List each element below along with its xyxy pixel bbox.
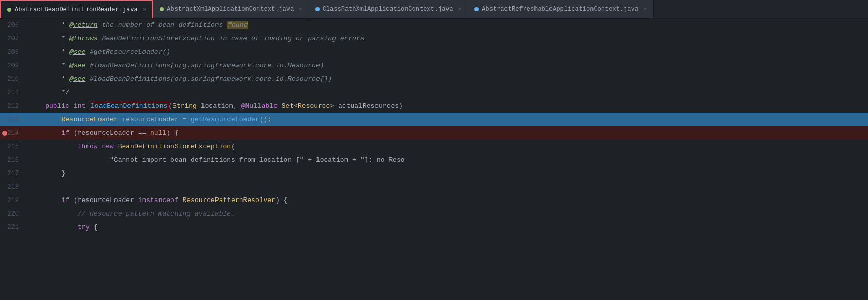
line-number: 220: [0, 207, 25, 221]
line-number: 213: [0, 113, 25, 126]
editor-container: AbstractBeanDefinitionReader.java×Abstra…: [0, 0, 868, 300]
table-row: 215 throw new BeanDefinitionStoreExcepti…: [0, 140, 868, 153]
table-row: 217 }: [0, 167, 868, 180]
line-content: * @throws BeanDefinitionStoreException i…: [25, 32, 868, 46]
line-content: */: [25, 86, 868, 99]
line-content: ResourceLoader resourceLoader = getResou…: [25, 113, 868, 126]
table-row: 219 if (resourceLoader instanceof Resour…: [0, 194, 868, 207]
tab-tab1[interactable]: AbstractBeanDefinitionReader.java×: [0, 0, 153, 18]
line-number: 217: [0, 167, 25, 180]
tab-dot-icon: [315, 7, 320, 11]
line-content: "Cannot import bean definitions from loc…: [25, 153, 868, 167]
line-number: 209: [0, 59, 25, 73]
table-row: 221 try {: [0, 221, 868, 234]
line-number: 215: [0, 140, 25, 153]
tab-tab4[interactable]: AbstractRefreshableApplicationContext.ja…: [468, 0, 654, 18]
tab-tab2[interactable]: AbstractXmlApplicationContext.java×: [153, 0, 309, 18]
line-number: 206: [0, 19, 25, 32]
table-row: 211 */: [0, 86, 868, 99]
line-number: 212: [0, 99, 25, 113]
breakpoint-icon: [2, 131, 7, 136]
table-row: 214 if (resourceLoader == null) {: [0, 126, 868, 140]
tab-bar: AbstractBeanDefinitionReader.java×Abstra…: [0, 0, 868, 19]
line-number: 214: [0, 126, 25, 140]
line-content: * @return the number of bean definitions…: [25, 19, 868, 32]
line-content: * @see #loadBeanDefinitions(org.springfr…: [25, 73, 868, 86]
line-content: if (resourceLoader instanceof ResourcePa…: [25, 194, 868, 207]
table-row: 208 * @see #getResourceLoader(): [0, 46, 868, 59]
tab-label: AbstractXmlApplicationContext.java: [167, 6, 294, 13]
tab-dot-icon: [474, 7, 479, 11]
tab-tab3[interactable]: ClassPathXmlApplicationContext.java×: [309, 0, 469, 18]
tab-label: AbstractRefreshableApplicationContext.ja…: [482, 6, 638, 13]
table-row: 220 // Resource pattern matching availab…: [0, 207, 868, 221]
tab-close-icon[interactable]: ×: [299, 6, 302, 12]
tab-close-icon[interactable]: ×: [644, 6, 647, 12]
tab-close-icon[interactable]: ×: [143, 7, 147, 13]
line-content: // Resource pattern matching available.: [25, 207, 868, 221]
line-number: 211: [0, 86, 25, 99]
table-row: 218: [0, 180, 868, 194]
tab-label: AbstractBeanDefinitionReader.java: [15, 6, 138, 13]
table-row: 207 * @throws BeanDefinitionStoreExcepti…: [0, 32, 868, 46]
line-number: 210: [0, 73, 25, 86]
tab-label: ClassPathXmlApplicationContext.java: [323, 6, 453, 13]
table-row: 216 "Cannot import bean definitions from…: [0, 153, 868, 167]
line-number: 208: [0, 46, 25, 59]
tab-dot-icon: [7, 8, 11, 12]
table-row: 212 public int loadBeanDefinitions(Strin…: [0, 99, 868, 113]
line-content: throw new BeanDefinitionStoreException(: [25, 140, 868, 153]
line-content: if (resourceLoader == null) {: [25, 126, 868, 140]
tab-dot-icon: [160, 7, 164, 11]
line-content: * @see #loadBeanDefinitions(org.springfr…: [25, 59, 868, 73]
tab-close-icon[interactable]: ×: [458, 6, 462, 12]
line-number: 216: [0, 153, 25, 167]
table-row: 209 * @see #loadBeanDefinitions(org.spri…: [0, 59, 868, 73]
line-content: * @see #getResourceLoader(): [25, 46, 868, 59]
code-area: 206 * @return the number of bean definit…: [0, 19, 868, 300]
line-content: public int loadBeanDefinitions(String lo…: [25, 99, 868, 113]
line-number: 219: [0, 194, 25, 207]
table-row: 206 * @return the number of bean definit…: [0, 19, 868, 32]
line-number: 221: [0, 221, 25, 234]
line-content: try {: [25, 221, 868, 234]
line-number: 218: [0, 180, 25, 194]
line-content: }: [25, 167, 868, 180]
table-row: 210 * @see #loadBeanDefinitions(org.spri…: [0, 73, 868, 86]
table-row: 213 ResourceLoader resourceLoader = getR…: [0, 113, 868, 126]
line-number: 207: [0, 32, 25, 46]
